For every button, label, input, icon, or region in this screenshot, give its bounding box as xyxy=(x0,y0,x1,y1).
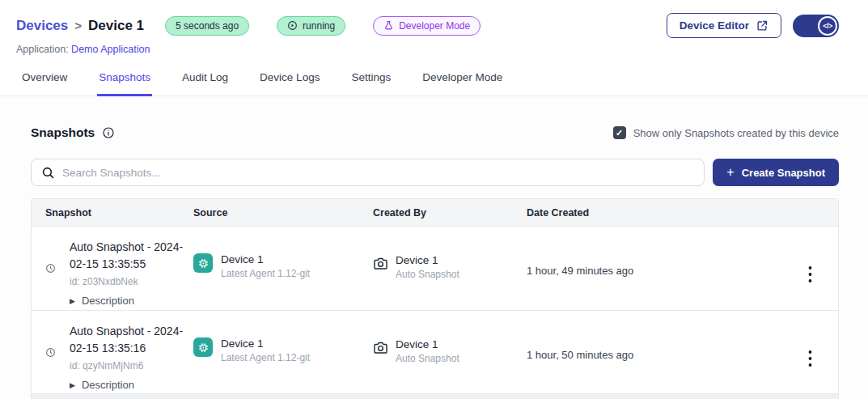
snapshot-title: Auto Snapshot - 2024-02-15 13:35:55 xyxy=(70,239,197,273)
plus-icon: + xyxy=(726,166,734,179)
column-header-date-created: Date Created xyxy=(527,207,781,219)
table-header: Snapshot Source Created By Date Created xyxy=(32,199,838,227)
table-row: Auto Snapshot - 2024-02-15 13:35:55 id: … xyxy=(32,227,838,310)
running-status-badge: running xyxy=(277,16,345,36)
description-toggle[interactable]: ▶ Description xyxy=(70,295,197,307)
triangle-right-icon: ▶ xyxy=(70,297,75,305)
description-toggle-label: Description xyxy=(82,379,134,391)
filter-checkbox-label: Show only Snapshots created by this devi… xyxy=(633,127,839,139)
filter-checkbox[interactable]: ✓ xyxy=(613,126,626,139)
create-snapshot-button[interactable]: + Create Snapshot xyxy=(713,159,839,186)
application-line: Application: Demo Application xyxy=(16,44,839,55)
breadcrumb-current-device: Device 1 xyxy=(88,18,144,34)
triangle-right-icon: ▶ xyxy=(70,381,75,389)
table-row: Auto Snapshot - 2024-02-15 13:35:16 id: … xyxy=(32,310,838,393)
device-chip-icon xyxy=(193,337,213,357)
application-link[interactable]: Demo Application xyxy=(71,44,150,55)
last-seen-badge-label: 5 seconds ago xyxy=(176,20,239,32)
snapshot-id: id: qzyNmMjNm6 xyxy=(70,360,197,371)
source-device-name[interactable]: Device 1 xyxy=(221,337,310,350)
create-snapshot-label: Create Snapshot xyxy=(742,167,825,179)
table-footer-strip xyxy=(32,393,838,399)
snapshot-id: id: z03NxdbNek xyxy=(70,276,197,287)
breadcrumb-separator: > xyxy=(74,19,82,32)
flask-icon xyxy=(383,20,394,31)
description-toggle[interactable]: ▶ Description xyxy=(70,379,197,391)
tab-snapshots[interactable]: Snapshots xyxy=(97,66,152,96)
clock-icon xyxy=(45,262,56,274)
search-box xyxy=(31,159,705,186)
snapshots-panel: Snapshots ✓ Show only Snapshots created … xyxy=(0,96,868,399)
source-device-name[interactable]: Device 1 xyxy=(221,253,310,265)
camera-icon xyxy=(373,256,388,310)
device-chip-icon xyxy=(193,253,213,273)
tab-bar: Overview Snapshots Audit Log Device Logs… xyxy=(0,66,868,96)
column-header-source: Source xyxy=(193,207,373,219)
code-icon: </> xyxy=(818,16,837,36)
search-input[interactable] xyxy=(62,167,694,179)
search-icon xyxy=(41,166,55,180)
date-created: 1 hour, 50 minutes ago xyxy=(527,311,781,393)
created-by-name: Device 1 xyxy=(396,254,459,266)
row-actions-kebab-icon[interactable] xyxy=(803,348,817,393)
info-icon[interactable] xyxy=(102,126,115,139)
check-icon: ✓ xyxy=(616,128,623,138)
tab-developer-mode[interactable]: Developer Mode xyxy=(421,66,504,96)
created-by-type: Auto Snapshot xyxy=(396,269,459,280)
page-header: Devices > Device 1 5 seconds ago running… xyxy=(0,0,868,55)
external-link-icon xyxy=(756,19,768,32)
tab-audit-log[interactable]: Audit Log xyxy=(180,66,230,96)
date-created: 1 hour, 49 minutes ago xyxy=(527,227,781,310)
camera-icon xyxy=(373,340,388,393)
tab-device-logs[interactable]: Device Logs xyxy=(258,66,321,96)
section-title: Snapshots xyxy=(31,125,95,140)
editor-mode-toggle[interactable]: </> xyxy=(793,15,839,37)
play-circle-icon xyxy=(287,20,298,31)
device-editor-label: Device Editor xyxy=(680,19,749,32)
source-agent-version: Latest Agent 1.12-git xyxy=(221,352,310,363)
created-by-type: Auto Snapshot xyxy=(396,353,459,364)
developer-mode-badge[interactable]: Developer Mode xyxy=(373,16,481,36)
last-seen-badge: 5 seconds ago xyxy=(165,16,249,36)
column-header-created-by: Created By xyxy=(373,207,527,219)
tab-overview[interactable]: Overview xyxy=(20,66,69,96)
breadcrumb-devices-link[interactable]: Devices xyxy=(16,18,68,34)
created-by-name: Device 1 xyxy=(396,338,459,350)
row-actions-kebab-icon[interactable] xyxy=(803,264,817,310)
device-editor-button[interactable]: Device Editor xyxy=(667,13,781,38)
source-agent-version: Latest Agent 1.12-git xyxy=(221,268,310,279)
developer-mode-badge-label: Developer Mode xyxy=(399,20,470,32)
column-header-snapshot: Snapshot xyxy=(45,207,193,219)
breadcrumb: Devices > Device 1 xyxy=(16,18,144,34)
snapshots-table: Snapshot Source Created By Date Created … xyxy=(31,198,839,399)
description-toggle-label: Description xyxy=(82,295,134,307)
tab-settings[interactable]: Settings xyxy=(349,66,392,96)
filter-row: ✓ Show only Snapshots created by this de… xyxy=(613,126,839,139)
snapshot-title: Auto Snapshot - 2024-02-15 13:35:16 xyxy=(70,323,197,357)
application-label: Application: xyxy=(16,44,69,55)
running-status-label: running xyxy=(303,20,335,32)
status-badges: 5 seconds ago running Developer Mode xyxy=(165,16,481,36)
clock-icon xyxy=(45,346,56,358)
